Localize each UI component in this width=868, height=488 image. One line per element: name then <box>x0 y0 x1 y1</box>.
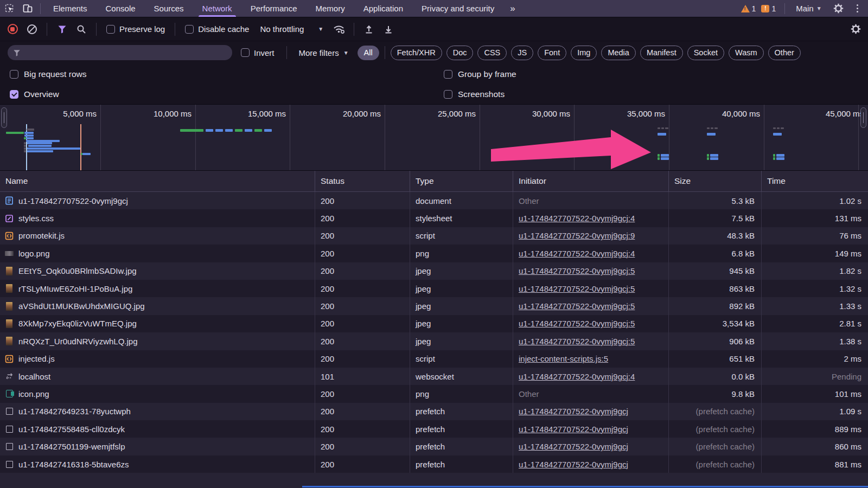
inspect-element-icon[interactable] <box>0 0 18 17</box>
chip-socket[interactable]: Socket <box>687 46 724 60</box>
column-header-time[interactable]: Time <box>761 171 868 191</box>
request-name: 8XkMp7xyEkq0lizVuWTmEQ.jpg <box>18 319 137 328</box>
main-context-dropdown[interactable]: Main ▼ <box>794 4 824 13</box>
initiator-link[interactable]: u1-1748427707522-0vymj9gcj:5 <box>519 337 635 346</box>
column-header-initiator[interactable]: Initiator <box>513 171 668 191</box>
table-row[interactable]: nRQXzT_Ur0udNRViyzwhLQ.jpg200jpegu1-1748… <box>0 332 868 350</box>
chip-other[interactable]: Other <box>768 46 801 60</box>
chip-css[interactable]: CSS <box>477 46 507 60</box>
options-row-2: Overview Screenshots <box>0 84 868 104</box>
table-row[interactable]: u1-1748427558485-cll0zdcyk200prefetchu1-… <box>0 420 868 438</box>
settings-gear-icon[interactable] <box>829 0 848 17</box>
initiator-link[interactable]: u1-1748427707522-0vymj9gcj:5 <box>519 284 635 293</box>
tab-application[interactable]: Application <box>354 0 412 17</box>
initiator-link[interactable]: u1-1748427707522-0vymj9gcj <box>519 425 628 434</box>
filter-input[interactable] <box>8 45 232 60</box>
table-row[interactable]: u1-1748427416318-5btave6zs200prefetchu1-… <box>0 455 868 473</box>
chip-media[interactable]: Media <box>601 46 636 60</box>
initiator-link[interactable]: u1-1748427707522-0vymj9gcj:5 <box>519 301 635 311</box>
table-row[interactable]: injected.js200scriptinject-content-scrip… <box>0 350 868 368</box>
filter-toggle-icon[interactable] <box>54 21 70 37</box>
device-toolbar-icon[interactable] <box>18 0 37 17</box>
tab-elements[interactable]: Elements <box>44 0 97 17</box>
column-header-status[interactable]: Status <box>315 171 410 191</box>
table-row[interactable]: icon.png200pngOther9.8 kB101 ms <box>0 385 868 402</box>
search-icon[interactable] <box>73 21 90 37</box>
table-row[interactable]: aVShdUt1MUKBwUhdxMIGUQ.jpg200jpegu1-1748… <box>0 297 868 314</box>
chip-wasm[interactable]: Wasm <box>729 46 764 60</box>
initiator-link[interactable]: u1-1748427707522-0vymj9gcj <box>519 460 628 469</box>
initiator-link[interactable]: u1-1748427707522-0vymj9gcj:4 <box>519 214 635 223</box>
initiator-link[interactable]: u1-1748427707522-0vymj9gcj <box>519 407 628 416</box>
cell-type: script <box>410 350 513 368</box>
initiator-link[interactable]: u1-1748427707522-0vymj9gcj:5 <box>519 319 635 328</box>
initiator-link[interactable]: u1-1748427707522-0vymj9gcj <box>519 442 628 451</box>
websocket-icon <box>5 372 14 381</box>
chip-img[interactable]: Img <box>571 46 597 60</box>
group-by-frame-checkbox[interactable]: Group by frame <box>434 69 868 79</box>
disable-cache-checkbox[interactable]: Disable cache <box>182 24 252 34</box>
preserve-log-box[interactable] <box>106 25 115 34</box>
overview-checkbox[interactable]: Overview <box>0 89 434 99</box>
preserve-log-checkbox[interactable]: Preserve log <box>103 24 168 34</box>
cell-type: jpeg <box>410 280 513 297</box>
tab-performance[interactable]: Performance <box>241 0 307 17</box>
table-row[interactable]: 8XkMp7xyEkq0lizVuWTmEQ.jpg200jpegu1-1748… <box>0 315 868 332</box>
chip-fetch-xhr[interactable]: Fetch/XHR <box>391 46 442 60</box>
chevron-down-icon: ▼ <box>816 5 822 11</box>
table-row[interactable]: promotekit.js200scriptu1-1748427707522-0… <box>0 227 868 245</box>
more-options-kebab-icon[interactable] <box>853 4 861 12</box>
issues-badge[interactable]: ! 1 <box>761 4 776 13</box>
request-name: u1-1748427707522-0vymj9gcj <box>18 196 128 206</box>
more-filters-dropdown[interactable]: More filters ▼ <box>296 48 352 57</box>
table-row[interactable]: u1-1748427649231-78yuctwph200prefetchu1-… <box>0 403 868 420</box>
clear-network-log-button[interactable] <box>24 21 40 37</box>
table-row[interactable]: styles.css200stylesheetu1-1748427707522-… <box>0 209 868 227</box>
chip-manifest[interactable]: Manifest <box>640 46 683 60</box>
invert-box[interactable] <box>241 48 250 57</box>
table-row[interactable]: u1-1748427707522-0vymj9gcj200documentOth… <box>0 192 868 209</box>
tab-console[interactable]: Console <box>97 0 145 17</box>
column-header-type[interactable]: Type <box>410 171 513 191</box>
initiator-link[interactable]: u1-1748427707522-0vymj9gcj:4 <box>519 372 635 381</box>
chip-all[interactable]: All <box>358 46 379 60</box>
table-row[interactable]: localhost101websocketu1-1748427707522-0v… <box>0 368 868 385</box>
big-request-rows-box[interactable] <box>10 70 18 79</box>
overview-box[interactable] <box>10 90 18 99</box>
tab-privacy-and-security[interactable]: Privacy and security <box>412 0 503 17</box>
disable-cache-box[interactable] <box>185 25 194 34</box>
throttling-dropdown[interactable]: No throttling ▼ <box>256 24 328 34</box>
table-row[interactable]: rTSLyMIuwE6ZoHI-1PoBuA.jpg200jpegu1-1748… <box>0 280 868 297</box>
panel-tabs: ElementsConsoleSourcesNetworkPerformance… <box>44 0 503 17</box>
network-overview-timeline[interactable]: 5,000 ms10,000 ms15,000 ms20,000 ms25,00… <box>0 104 868 171</box>
group-by-frame-box[interactable] <box>444 70 452 79</box>
import-har-icon[interactable] <box>361 21 377 37</box>
cell-status: 200 <box>315 420 410 438</box>
initiator-link[interactable]: u1-1748427707522-0vymj9gcj:5 <box>519 266 635 275</box>
network-conditions-icon[interactable] <box>331 21 347 37</box>
network-settings-gear-icon[interactable] <box>847 21 864 37</box>
warnings-badge[interactable]: 1 <box>741 4 756 13</box>
chip-js[interactable]: JS <box>511 46 533 60</box>
initiator-link[interactable]: u1-1748427707522-0vymj9gcj:9 <box>519 231 635 240</box>
more-tabs-icon[interactable]: » <box>503 3 520 14</box>
tab-sources[interactable]: Sources <box>145 0 193 17</box>
initiator-link[interactable]: u1-1748427707522-0vymj9gcj:4 <box>519 249 635 258</box>
column-header-size[interactable]: Size <box>668 171 761 191</box>
export-har-icon[interactable] <box>380 21 397 37</box>
table-row[interactable]: logo.png200pngu1-1748427707522-0vymj9gcj… <box>0 245 868 262</box>
invert-checkbox[interactable]: Invert <box>238 48 278 57</box>
screenshots-checkbox[interactable]: Screenshots <box>434 89 868 99</box>
column-header-name[interactable]: Name <box>0 171 315 191</box>
chip-doc[interactable]: Doc <box>446 46 474 60</box>
table-row[interactable]: EEtY5_Oqk0u0BRlmbSADIw.jpg200jpegu1-1748… <box>0 262 868 280</box>
cell-size: 7.5 kB <box>668 209 761 227</box>
tab-network[interactable]: Network <box>193 0 241 17</box>
screenshots-box[interactable] <box>444 90 452 99</box>
tab-memory[interactable]: Memory <box>307 0 354 17</box>
initiator-link[interactable]: inject-content-scripts.js:5 <box>519 354 608 363</box>
table-row[interactable]: u1-1748427501199-wemjtfslp200prefetchu1-… <box>0 438 868 455</box>
record-network-log-button[interactable] <box>4 21 21 37</box>
big-request-rows-checkbox[interactable]: Big request rows <box>0 69 434 79</box>
chip-font[interactable]: Font <box>538 46 566 60</box>
